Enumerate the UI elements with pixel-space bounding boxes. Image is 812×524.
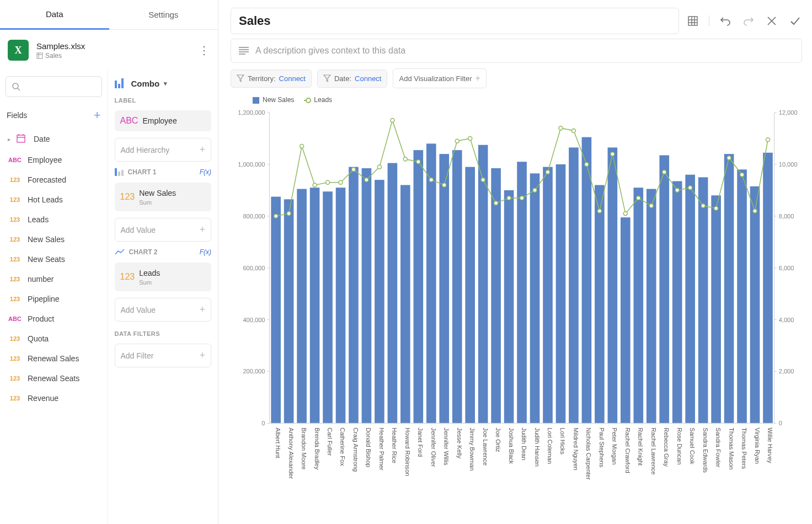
bar-21[interactable] xyxy=(543,167,553,424)
line-point-33[interactable] xyxy=(701,204,705,208)
add-hierarchy-button[interactable]: Add Hierarchy + xyxy=(115,138,212,162)
bar-8[interactable] xyxy=(375,180,384,423)
viz-description-input[interactable]: A description gives context to this data xyxy=(231,39,802,63)
bar-18[interactable] xyxy=(504,190,514,423)
bar-7[interactable] xyxy=(362,168,372,423)
bar-38[interactable] xyxy=(763,153,773,424)
tab-data[interactable]: Data xyxy=(0,0,109,30)
line-point-7[interactable] xyxy=(365,178,368,182)
line-point-20[interactable] xyxy=(533,188,537,192)
field-item-date[interactable]: ▸Date xyxy=(6,128,102,150)
line-point-10[interactable] xyxy=(403,157,407,161)
bar-0[interactable] xyxy=(271,197,281,424)
line-point-9[interactable] xyxy=(391,119,394,122)
grid-icon[interactable] xyxy=(686,14,700,28)
line-point-27[interactable] xyxy=(623,212,627,216)
line-point-4[interactable] xyxy=(326,180,330,184)
line-point-22[interactable] xyxy=(559,126,563,130)
bar-4[interactable] xyxy=(323,191,333,423)
line-point-2[interactable] xyxy=(300,145,304,148)
bar-35[interactable] xyxy=(724,154,734,423)
bar-1[interactable] xyxy=(284,199,294,423)
line-point-37[interactable] xyxy=(753,209,757,213)
bar-17[interactable] xyxy=(491,168,501,423)
line-point-38[interactable] xyxy=(766,138,770,142)
bar-5[interactable] xyxy=(336,188,346,423)
line-point-5[interactable] xyxy=(339,180,343,184)
chart2-fx-button[interactable]: F(x) xyxy=(200,248,211,256)
line-point-6[interactable] xyxy=(351,168,355,172)
line-point-19[interactable] xyxy=(520,196,524,200)
field-item-pipepline[interactable]: 123Pipepline xyxy=(6,289,102,309)
line-point-34[interactable] xyxy=(714,206,718,210)
date-filter-chip[interactable]: Date: Connect xyxy=(317,69,388,88)
line-point-1[interactable] xyxy=(287,212,291,216)
chart2-add-value-button[interactable]: Add Value + xyxy=(115,298,212,322)
bar-22[interactable] xyxy=(556,164,566,423)
chart-type-selector[interactable]: Combo ▾ xyxy=(115,78,212,88)
line-point-21[interactable] xyxy=(546,170,549,174)
bar-23[interactable] xyxy=(569,147,579,423)
undo-icon[interactable] xyxy=(718,14,733,28)
line-point-36[interactable] xyxy=(740,173,744,177)
line-point-18[interactable] xyxy=(507,196,511,200)
line-point-31[interactable] xyxy=(675,188,679,192)
line-point-0[interactable] xyxy=(274,214,278,218)
field-item-new-sales[interactable]: 123New Sales xyxy=(6,229,102,249)
chart1-fx-button[interactable]: F(x) xyxy=(200,168,211,176)
bar-33[interactable] xyxy=(698,177,708,423)
line-point-8[interactable] xyxy=(377,165,381,169)
line-point-30[interactable] xyxy=(663,170,666,174)
label-field-pill[interactable]: ABC Employee xyxy=(115,110,212,131)
line-point-26[interactable] xyxy=(611,152,615,156)
bar-37[interactable] xyxy=(750,186,760,423)
bar-3[interactable] xyxy=(310,188,320,423)
bar-10[interactable] xyxy=(400,185,410,423)
bar-30[interactable] xyxy=(659,156,669,424)
line-point-16[interactable] xyxy=(481,178,485,182)
field-item-number[interactable]: 123number xyxy=(6,269,102,289)
bar-34[interactable] xyxy=(711,195,721,423)
bar-28[interactable] xyxy=(633,188,643,423)
bar-31[interactable] xyxy=(672,181,682,423)
add-viz-filter-button[interactable]: Add Visualization Filter + xyxy=(393,68,486,88)
combo-chart[interactable]: 0200,000400,000600,000800,0001,000,0001,… xyxy=(231,107,802,524)
bar-9[interactable] xyxy=(388,163,398,424)
close-icon[interactable] xyxy=(765,14,779,28)
bar-2[interactable] xyxy=(297,189,307,424)
add-field-button[interactable]: + xyxy=(94,108,101,122)
search-input[interactable] xyxy=(6,76,102,97)
chart1-add-value-button[interactable]: Add Value + xyxy=(115,218,212,242)
bar-13[interactable] xyxy=(439,154,449,423)
line-point-13[interactable] xyxy=(442,183,446,187)
field-item-employee[interactable]: ABCEmployee xyxy=(6,150,102,170)
field-item-quota[interactable]: 123Quota xyxy=(6,329,102,349)
line-point-11[interactable] xyxy=(416,160,420,164)
bar-36[interactable] xyxy=(737,169,747,423)
field-item-revenue[interactable]: 123Revenue xyxy=(6,388,102,408)
bar-20[interactable] xyxy=(530,173,540,423)
field-item-renewal-sales[interactable]: 123Renewal Sales xyxy=(6,349,102,368)
field-item-product[interactable]: ABCProduct xyxy=(6,309,102,329)
redo-icon[interactable] xyxy=(741,14,756,28)
field-item-hot-leads[interactable]: 123Hot Leads xyxy=(6,190,102,210)
line-point-32[interactable] xyxy=(688,186,692,190)
datasource-menu-icon[interactable]: ⋮ xyxy=(199,44,210,57)
line-point-29[interactable] xyxy=(649,204,653,208)
bar-26[interactable] xyxy=(608,147,618,423)
line-point-28[interactable] xyxy=(637,196,640,200)
bar-6[interactable] xyxy=(349,167,359,424)
field-item-renewal-seats[interactable]: 123Renewal Seats xyxy=(6,368,102,388)
bar-32[interactable] xyxy=(685,175,695,424)
bar-15[interactable] xyxy=(465,167,475,424)
field-item-forecasted[interactable]: 123Forecasted xyxy=(6,170,102,190)
line-point-12[interactable] xyxy=(429,178,433,182)
viz-title-input[interactable]: Sales xyxy=(231,8,679,34)
territory-filter-chip[interactable]: Territory: Connect xyxy=(231,69,312,88)
field-item-leads[interactable]: 123Leads xyxy=(6,210,102,229)
confirm-icon[interactable] xyxy=(788,14,802,28)
chart2-field-pill[interactable]: 123 LeadsSum xyxy=(115,263,212,291)
bar-19[interactable] xyxy=(517,162,527,423)
line-point-15[interactable] xyxy=(468,136,472,140)
bar-12[interactable] xyxy=(426,143,436,423)
